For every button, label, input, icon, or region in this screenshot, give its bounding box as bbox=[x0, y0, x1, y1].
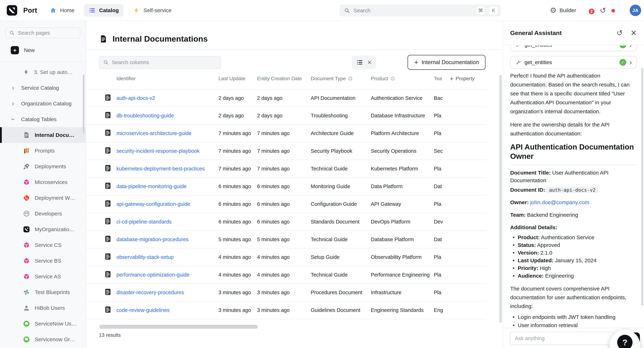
sidebar-item-prompts[interactable]: Prompts bbox=[0, 143, 86, 159]
row-identifier-link[interactable]: microservices-architecture-guide bbox=[116, 130, 218, 136]
history-button[interactable]: ↺ bbox=[600, 6, 606, 15]
row-identifier-link[interactable]: db-troubleshooting-guide bbox=[116, 113, 218, 119]
row-identifier-link[interactable]: observability-stack-setup bbox=[116, 254, 218, 260]
table-row[interactable]: db-troubleshooting-guide2 days ago2 days… bbox=[86, 107, 486, 125]
global-search-input[interactable] bbox=[354, 7, 472, 13]
table-row[interactable]: disaster-recovery-procedures3 minutes ag… bbox=[86, 284, 486, 302]
table-row[interactable]: auth-api-docs-v22 days ago2 days agoAPI … bbox=[86, 89, 486, 107]
table-row[interactable]: security-incident-response-playbook7 min… bbox=[86, 142, 486, 160]
sidebar-item-servicenow-us-[interactable]: ServiceNow Us… bbox=[0, 316, 86, 332]
row-team: Pla bbox=[434, 166, 450, 172]
nav-tab-catalog[interactable]: Catalog bbox=[84, 4, 124, 17]
col-document-type[interactable]: Document Type bbox=[311, 76, 371, 81]
row-last-update: 7 minutes ago bbox=[218, 148, 257, 154]
col-team[interactable]: Tea bbox=[434, 76, 450, 81]
table-row[interactable]: observability-stack-setup4 minutes ago4 … bbox=[86, 248, 486, 266]
nav-tab-home[interactable]: Home bbox=[45, 4, 79, 17]
table-row[interactable]: microservices-architecture-guide7 minute… bbox=[86, 125, 486, 142]
ask-input[interactable] bbox=[510, 332, 614, 345]
add-entity-button[interactable]: + Internal Documentation bbox=[408, 55, 486, 70]
row-identifier-link[interactable]: performance-optimization-guide bbox=[116, 272, 218, 278]
add-property-button[interactable]: + Property bbox=[450, 75, 482, 82]
sidebar-section-service-catalog[interactable]: ›Service Catalog bbox=[0, 80, 86, 96]
sidebar-item-microservices[interactable]: Microservices bbox=[0, 174, 86, 190]
table-row[interactable]: code-review-guidelines3 minutes ago3 min… bbox=[86, 302, 486, 319]
col-last-update[interactable]: Last Update bbox=[218, 76, 257, 81]
sidebar-item-deployments[interactable]: Deployments bbox=[0, 159, 86, 174]
brand[interactable]: Port bbox=[5, 4, 37, 17]
main-content: Internal Documentations ✕ + Internal Doc… bbox=[86, 21, 503, 348]
global-search[interactable]: ⌘ K bbox=[340, 5, 500, 16]
row-identifier-link[interactable]: code-review-guidelines bbox=[116, 307, 218, 313]
sidebar-item-developers[interactable]: Developers bbox=[0, 206, 86, 221]
doc-dark-icon bbox=[104, 164, 112, 172]
tool-card[interactable]: get_entities ✓ › bbox=[510, 45, 637, 51]
sidebar-item-servicenow-gr-[interactable]: Servicenow Gr… bbox=[0, 332, 86, 347]
sidebar-section-catalog-tables[interactable]: ›Catalog Tables bbox=[0, 112, 86, 127]
table-row[interactable]: database-migration-procedures5 minutes a… bbox=[86, 231, 486, 248]
new-button[interactable]: + New bbox=[11, 46, 86, 54]
row-product: Authentication Service bbox=[371, 95, 434, 101]
row-document-type: Technical Guide bbox=[311, 272, 371, 278]
table-row[interactable]: performance-optimization-guide4 minutes … bbox=[86, 266, 486, 284]
row-identifier-link[interactable]: database-migration-procedures bbox=[116, 236, 218, 242]
table-scrollbar[interactable] bbox=[499, 75, 502, 323]
row-identifier-link[interactable]: disaster-recovery-procedures bbox=[116, 290, 218, 296]
group-by-pill[interactable]: ✕ bbox=[352, 56, 376, 69]
search-columns-input[interactable] bbox=[112, 59, 217, 65]
document-id-code: auth-api-docs-v2 bbox=[546, 187, 598, 193]
table-row[interactable]: ci-cd-pipeline-standards6 minutes ago6 m… bbox=[86, 213, 486, 231]
row-identifier-link[interactable]: security-incident-response-playbook bbox=[116, 148, 218, 154]
kbd-cmd: ⌘ bbox=[476, 6, 485, 15]
row-product: Platform Architecture bbox=[371, 130, 434, 136]
row-team: Pla bbox=[434, 201, 450, 207]
row-identifier-link[interactable]: data-pipeline-monitoring-guide bbox=[116, 183, 218, 189]
nav-tab-self-service[interactable]: Self-service bbox=[128, 4, 176, 17]
panel-scrollbar[interactable] bbox=[641, 68, 643, 306]
row-product: Security Operations bbox=[371, 148, 434, 154]
col-creation-date[interactable]: Entity Creation Date bbox=[257, 76, 311, 81]
row-last-update: 6 minutes ago bbox=[218, 219, 257, 225]
sidebar-section-organization-catalog[interactable]: ›Organization Catalog bbox=[0, 96, 86, 112]
sidebar-item-internal-docu-[interactable]: Internal Docu… bbox=[0, 127, 86, 143]
port-logo-icon bbox=[5, 4, 18, 17]
search-columns[interactable] bbox=[99, 56, 221, 69]
row-product: DevOps Platform bbox=[371, 219, 434, 225]
row-creation-date: 4 minutes ago bbox=[257, 272, 311, 278]
sidebar-item-service-cs[interactable]: Service CS bbox=[0, 237, 86, 253]
table-row[interactable]: kubernetes-deployment-best-practices7 mi… bbox=[86, 160, 486, 178]
assistant-heading: API Authentication Documentation Owner bbox=[510, 142, 637, 161]
row-creation-date: 6 minutes ago bbox=[257, 183, 311, 189]
sidebar-item-hibob-users[interactable]: HiBob Users bbox=[0, 300, 86, 316]
group-list-icon bbox=[356, 59, 363, 66]
table-row[interactable]: data-pipeline-monitoring-guide6 minutes … bbox=[86, 178, 486, 195]
sidebar-item-service-as[interactable]: Service AS bbox=[0, 269, 86, 284]
row-identifier-link[interactable]: kubernetes-deployment-best-practices bbox=[116, 166, 218, 172]
doc-dark-icon bbox=[104, 94, 112, 101]
sidebar-item-test-blueprints[interactable]: Test Blueprints bbox=[0, 284, 86, 300]
owner-email-link[interactable]: john.doe@company.com bbox=[530, 199, 589, 205]
horizontal-scrollbar[interactable] bbox=[100, 325, 258, 329]
col-product[interactable]: Product bbox=[371, 76, 434, 81]
row-identifier-link[interactable]: api-gateway-configuration-guide bbox=[116, 201, 218, 207]
tool-card[interactable]: get_entities ✓ › bbox=[510, 56, 637, 69]
row-identifier-link[interactable]: ci-cd-pipeline-standards bbox=[116, 219, 218, 225]
row-identifier-link[interactable]: auth-api-docs-v2 bbox=[116, 95, 218, 101]
sidebar-search[interactable] bbox=[5, 27, 80, 38]
sidebar-item-deployment-w-[interactable]: Deployment W… bbox=[0, 190, 86, 206]
sidebar-item-myorganizatio-[interactable]: MyOrganizatio… bbox=[0, 221, 86, 237]
builder-button[interactable]: ⚙ Builder bbox=[550, 6, 576, 14]
wrench-icon bbox=[515, 45, 521, 48]
reset-conversation-icon[interactable]: ↺ bbox=[616, 28, 623, 37]
sidebar-search-input[interactable] bbox=[18, 30, 76, 36]
col-identifier[interactable]: Identifier bbox=[116, 76, 218, 81]
pinwheel-icon bbox=[23, 289, 30, 296]
user-avatar[interactable]: JA bbox=[630, 5, 641, 16]
sidebar-item[interactable]: 3. Set up auto… bbox=[0, 64, 86, 80]
sidebar-scrollbar[interactable] bbox=[83, 75, 84, 134]
table-row[interactable]: api-gateway-configuration-guide6 minutes… bbox=[86, 195, 486, 213]
row-document-type: Architecture Guide bbox=[311, 130, 371, 136]
close-icon[interactable]: ✕ bbox=[630, 28, 637, 37]
sidebar-item-service-bs[interactable]: Service BS bbox=[0, 253, 86, 269]
clear-group-icon[interactable]: ✕ bbox=[367, 59, 372, 66]
